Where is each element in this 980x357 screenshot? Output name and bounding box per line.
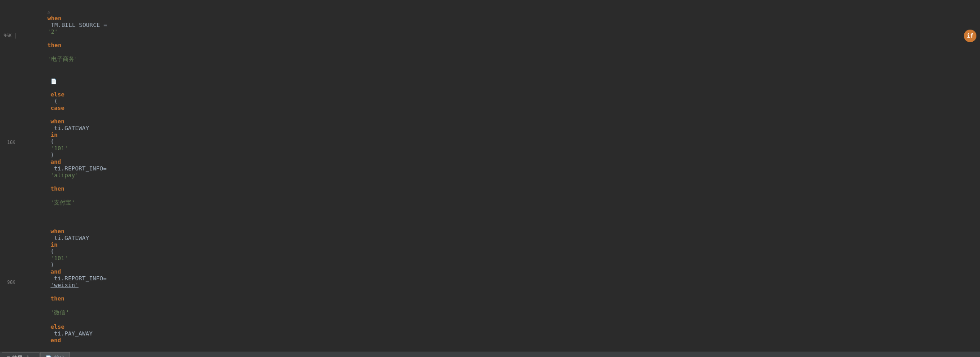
tab-results-icon: ⊞ [7,355,10,357]
code-content-1: ⚠ when TM.BILL_SOURCE = '2' then '电子商务' [16,1,962,70]
tab-results-close[interactable]: ✕ [32,356,35,357]
code-content-2: 📄 else ( case when ti.GATEWAY in ( '101'… [19,71,980,213]
mem-label-2: 16K [0,140,19,145]
code-line-1: 96K ⚠ when TM.BILL_SOURCE = '2' then '电子… [0,1,980,70]
tab-results-label: 结果 1 [12,354,29,357]
tabs-row: ⊞ 结果 1 ✕ 📄 输出 [0,352,980,357]
tab-results[interactable]: ⊞ 结果 1 ✕ [2,352,39,357]
code-content-3: when ti.GATEWAY in ( '101' ) and ti.REPO… [19,214,980,350]
code-line-3: 96K when ti.GATEWAY in ( '101' ) and ti.… [0,214,980,351]
doc-icon-2: 📄 [51,78,57,84]
keyword-when-1: when [48,15,61,22]
tab-output-icon: 📄 [45,355,52,357]
tab-output[interactable]: 📄 输出 [40,352,70,357]
mem-label-3: 96K [0,280,19,285]
code-editor: 96K ⚠ when TM.BILL_SOURCE = '2' then '电子… [0,0,980,352]
avatar-icon: if [962,30,980,42]
error-icon-1: ⚠ [48,9,51,15]
mem-label-1: 96K [0,33,15,39]
tab-output-label: 输出 [54,354,65,357]
code-line-2: 16K 📄 else ( case when ti.GATEWAY in ( '… [0,70,980,214]
